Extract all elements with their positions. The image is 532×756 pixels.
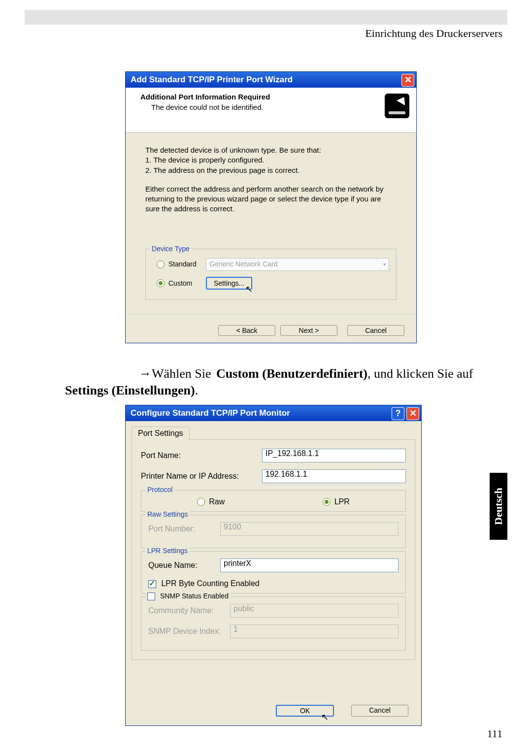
instruction-text: →Wählen Sie Custom (Benutzerdefiniert), …: [65, 365, 483, 399]
community-label: Community Name:: [148, 606, 222, 615]
standard-select-value: Generic Network Card: [209, 260, 278, 269]
wizard-header-title: Additional Port Information Required: [140, 93, 270, 101]
page-header: Einrichtung des Druckerservers: [30, 27, 502, 40]
lpr-radio-label: LPR: [334, 497, 350, 506]
protocol-legend: Protocol: [145, 486, 174, 493]
wizard-text-3: 2. The address on the previous page is c…: [145, 165, 397, 175]
snmp-index-label: SNMP Device Index:: [148, 627, 222, 636]
next-button[interactable]: Next >: [280, 325, 337, 336]
raw-radio[interactable]: [197, 498, 205, 506]
custom-radio[interactable]: [157, 279, 165, 287]
tab-pane: Port Name: IP_192.168.1.1 Printer Name o…: [132, 439, 415, 660]
back-button[interactable]: < Back: [218, 325, 275, 336]
snmp-legend[interactable]: SNMP Status Enabled: [145, 592, 231, 600]
tab-port-settings[interactable]: Port Settings: [132, 427, 190, 440]
port-number-input: 9100: [220, 522, 399, 536]
configure-dialog: Configure Standard TCP/IP Port Monitor ?…: [125, 405, 422, 726]
close-icon-2[interactable]: ✕: [406, 407, 419, 420]
arrow-icon: →Wählen Sie: [139, 366, 214, 381]
close-icon[interactable]: ✕: [401, 74, 414, 87]
custom-radio-row[interactable]: Custom Settings... ↖: [153, 274, 389, 293]
snmp-checkbox[interactable]: [147, 592, 155, 600]
snmp-legend-label: SNMP Status Enabled: [160, 592, 229, 600]
raw-settings-group: Raw Settings Port Number: 9100: [141, 515, 406, 548]
ip-input[interactable]: 192.168.1.1: [262, 469, 406, 483]
tab-strip: Port Settings: [126, 421, 421, 439]
raw-radio-row[interactable]: Raw: [197, 497, 225, 506]
chevron-down-icon: ▾: [383, 261, 386, 268]
snmp-index-row: SNMP Device Index: 1: [148, 625, 399, 638]
ip-row: Printer Name or IP Address: 192.168.1.1: [141, 469, 406, 483]
lpr-radio-row[interactable]: LPR: [323, 497, 350, 506]
port-number-row: Port Number: 9100: [148, 522, 399, 536]
port-name-label: Port Name:: [141, 451, 254, 460]
cancel-button-wizard[interactable]: Cancel: [347, 325, 404, 336]
page-number: 111: [487, 727, 502, 740]
snmp-group: SNMP Status Enabled Community Name: publ…: [141, 596, 406, 651]
standard-radio-row[interactable]: Standard Generic Network Card ▾: [153, 255, 389, 274]
lpr-radio[interactable]: [323, 498, 331, 506]
page-top-band: [25, 10, 507, 25]
device-type-legend: Device Type: [150, 244, 192, 254]
lpr-settings-legend: LPR Settings: [145, 547, 190, 555]
snmp-index-input: 1: [230, 625, 399, 638]
port-number-label: Port Number:: [148, 525, 212, 533]
cancel-button-configure[interactable]: Cancel: [351, 705, 408, 717]
language-tab: Deutsch: [490, 473, 507, 540]
wizard-titlebar: Add Standard TCP/IP Printer Port Wizard …: [126, 72, 416, 88]
wizard-dialog: Add Standard TCP/IP Printer Port Wizard …: [125, 71, 417, 343]
lpr-byte-label: LPR Byte Counting Enabled: [161, 579, 259, 588]
wizard-header-pane: Additional Port Information Required The…: [126, 88, 416, 132]
configure-button-row: OK ↖ Cancel: [276, 705, 408, 717]
wizard-button-row: < Back Next > Cancel: [218, 325, 404, 336]
help-icon[interactable]: ?: [392, 407, 404, 420]
wizard-text-1: The detected device is of unknown type. …: [145, 145, 397, 155]
standard-radio[interactable]: [157, 261, 165, 268]
wizard-header-sub: The device could not be identified.: [151, 103, 409, 111]
configure-titlebar: Configure Standard TCP/IP Port Monitor ?…: [126, 405, 421, 421]
instruction-mid: , und klicken Sie auf: [367, 366, 473, 381]
instruction-suffix: .: [195, 383, 199, 397]
wizard-body: The detected device is of unknown type. …: [126, 132, 416, 300]
wizard-text-2: 1. The device is properly configured.: [145, 155, 397, 165]
device-type-group: Device Type Standard Generic Network Car…: [145, 249, 397, 300]
community-row: Community Name: public: [148, 604, 399, 618]
settings-button[interactable]: Settings...: [206, 277, 252, 290]
printer-icon: [385, 94, 409, 118]
raw-settings-legend: Raw Settings: [145, 510, 190, 518]
queue-row: Queue Name: printerX: [148, 559, 399, 572]
instruction-bold-2: Settings (Einstellungen): [65, 383, 195, 397]
ok-button[interactable]: OK: [276, 705, 334, 717]
custom-radio-label: Custom: [168, 279, 202, 288]
configure-title: Configure Standard TCP/IP Port Monitor: [131, 408, 290, 418]
protocol-group: Protocol Raw LPR: [141, 490, 406, 512]
wizard-separator: [126, 314, 416, 315]
lpr-byte-row[interactable]: LPR Byte Counting Enabled: [148, 579, 399, 588]
instruction-bold-1: Custom (Benutzerdefiniert): [216, 366, 367, 381]
port-name-input[interactable]: IP_192.168.1.1: [262, 449, 406, 462]
lpr-byte-checkbox[interactable]: [148, 580, 156, 588]
lpr-settings-group: LPR Settings Queue Name: printerX LPR By…: [141, 551, 406, 593]
standard-select: Generic Network Card ▾: [206, 258, 389, 271]
community-input: public: [230, 604, 399, 618]
queue-input[interactable]: printerX: [220, 559, 399, 572]
wizard-text-4: Either correct the address and perform a…: [145, 184, 397, 214]
queue-label: Queue Name:: [148, 561, 212, 570]
ip-label: Printer Name or IP Address:: [141, 472, 254, 481]
port-name-row: Port Name: IP_192.168.1.1: [141, 449, 406, 462]
raw-radio-label: Raw: [209, 497, 225, 506]
wizard-title: Add Standard TCP/IP Printer Port Wizard: [131, 75, 293, 84]
standard-radio-label: Standard: [168, 260, 202, 269]
